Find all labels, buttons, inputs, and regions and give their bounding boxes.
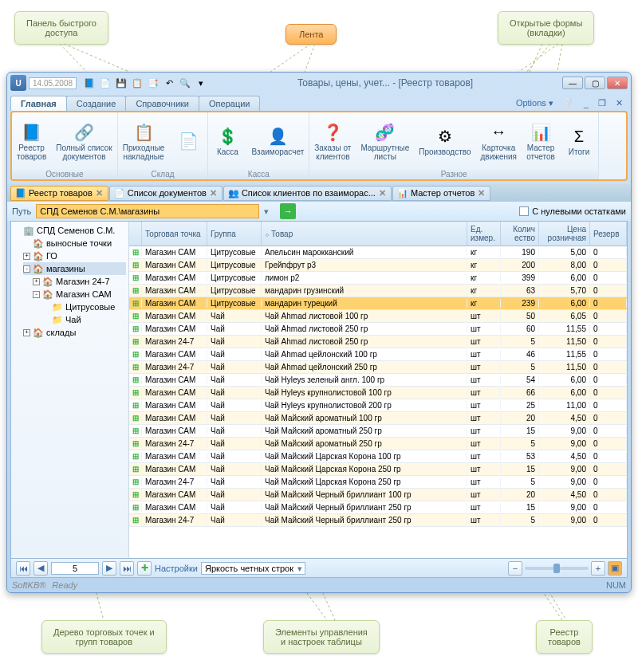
table-row[interactable]: ⊞Магазин 24-7ЧайЧай Ahmad цейлонский 250…: [129, 361, 627, 374]
table-row[interactable]: ⊞Магазин САМЧайЧай Майский Черный брилли…: [129, 489, 627, 501]
first-page-button[interactable]: ⏮: [16, 561, 30, 576]
ribbon-button[interactable]: ❓Заказы от клиентов: [309, 112, 356, 169]
expand-cell[interactable]: ⊞: [129, 490, 142, 499]
qat-dropdown-icon[interactable]: ▾: [194, 76, 208, 90]
col-reserve[interactable]: Резерв: [590, 222, 627, 246]
col-group[interactable]: Группа: [207, 222, 262, 246]
expand-cell[interactable]: ⊞: [129, 312, 142, 320]
go-button[interactable]: →: [280, 203, 296, 219]
expand-icon[interactable]: -: [33, 291, 40, 298]
table-row[interactable]: ⊞Магазин САМЧайЧай Hyleys зеленый англ. …: [129, 374, 627, 387]
expand-cell[interactable]: ⊞: [129, 337, 142, 346]
ribbon-tab-operations[interactable]: Операции: [199, 96, 260, 111]
prev-page-button[interactable]: ◀: [33, 561, 48, 576]
ribbon-button[interactable]: 📄: [169, 112, 207, 169]
close-button[interactable]: ✕: [607, 77, 628, 89]
help-icon[interactable]: ❔: [558, 96, 579, 111]
expand-cell[interactable]: ⊞: [129, 363, 142, 371]
grid-body[interactable]: ⊞Магазин САМЦитрусовыеАпельсин марокканс…: [129, 246, 627, 558]
expand-cell[interactable]: ⊞: [129, 426, 142, 435]
mdi-minimize-icon[interactable]: _: [579, 96, 593, 111]
add-record-button[interactable]: ✚: [137, 561, 152, 576]
tab-close-icon[interactable]: ✕: [478, 188, 485, 198]
mdi-restore-icon[interactable]: ❐: [593, 96, 611, 111]
table-row[interactable]: ⊞Магазин 24-7ЧайЧай Ahmad листовой 250 г…: [129, 336, 627, 348]
expand-cell[interactable]: ⊞: [129, 286, 142, 295]
tree-node[interactable]: -🏠Магазин САМ: [33, 288, 126, 301]
last-page-button[interactable]: ⏭: [120, 561, 134, 576]
expand-cell[interactable]: ⊞: [129, 439, 142, 448]
ribbon-button[interactable]: ⚙Производство: [414, 112, 475, 169]
ribbon-button[interactable]: ΣИтоги: [560, 112, 598, 169]
expand-icon[interactable]: +: [33, 278, 40, 285]
expand-icon[interactable]: +: [23, 329, 30, 336]
ribbon-button[interactable]: 🧬Маршрутные листы: [356, 112, 414, 169]
table-row[interactable]: ⊞Магазин САМЦитрусовыеГрейпфрут р3кг2008…: [129, 259, 627, 272]
expand-cell[interactable]: ⊞: [129, 465, 142, 474]
tree-node[interactable]: -🏠магазины: [23, 262, 126, 275]
tree-node[interactable]: 🏢СПД Семенов С.М.: [14, 224, 126, 237]
table-row[interactable]: ⊞Магазин САМЧайЧай Майский Царская Корон…: [129, 463, 627, 476]
zoom-in-button[interactable]: +: [591, 561, 605, 576]
table-row[interactable]: ⊞Магазин САМЧайЧай Ahmad цейлонский 100 …: [129, 348, 627, 361]
qat-btn-5[interactable]: 📑: [146, 76, 160, 90]
tree-node[interactable]: 🏠выносные точки: [23, 237, 126, 250]
tree-node[interactable]: +🏠склады: [23, 326, 126, 339]
table-row[interactable]: ⊞Магазин САМЦитрусовыемандарин турецкийк…: [129, 297, 627, 310]
col-price[interactable]: Цена розничная: [539, 222, 590, 246]
row-brightness-dropdown[interactable]: Яркость четных строк: [201, 562, 305, 575]
date-field[interactable]: 14.05.2008: [29, 77, 77, 89]
tree-node[interactable]: +🏠ГО: [23, 250, 126, 262]
document-tab[interactable]: 📄Список документов✕: [109, 186, 223, 201]
ribbon-button[interactable]: 📊Мастер отчетов: [522, 112, 560, 169]
tree-node[interactable]: +🏠Магазин 24-7: [33, 275, 126, 288]
document-tab[interactable]: 👥Список клиентов по взаиморас...✕: [223, 186, 392, 201]
path-dropdown-icon[interactable]: ▾: [264, 206, 275, 217]
zoom-out-button[interactable]: −: [508, 561, 522, 576]
table-row[interactable]: ⊞Магазин САМЧайЧай Майский ароматный 100…: [129, 412, 627, 425]
tab-close-icon[interactable]: ✕: [210, 188, 217, 198]
qat-btn-4[interactable]: 📋: [130, 76, 144, 90]
col-qty[interactable]: Колич ество: [501, 222, 539, 246]
ribbon-button[interactable]: 🔗Полный список документов: [51, 112, 117, 169]
expand-cell[interactable]: ⊞: [129, 414, 142, 422]
document-tab[interactable]: 📘Реестр товаров✕: [10, 186, 108, 201]
table-row[interactable]: ⊞Магазин САМЧайЧай Hyleys крупнолистовой…: [129, 387, 627, 399]
settings-link[interactable]: Настройки: [155, 564, 198, 573]
ribbon-button[interactable]: 📘Реестр товаров: [12, 112, 51, 169]
tree-node[interactable]: 📁Цитрусовые: [42, 301, 126, 313]
expand-cell[interactable]: ⊞: [129, 248, 142, 257]
col-product[interactable]: Товар: [262, 222, 467, 246]
ribbon-button[interactable]: 💲Касса: [208, 112, 246, 169]
page-input[interactable]: [51, 562, 99, 575]
qat-btn-7[interactable]: 🔍: [178, 76, 192, 90]
ribbon-tab-directories[interactable]: Справочники: [125, 96, 199, 111]
expand-cell[interactable]: ⊞: [129, 299, 142, 308]
expand-cell[interactable]: ⊞: [129, 477, 142, 486]
table-row[interactable]: ⊞Магазин САМЧайЧай Майский Черный брилли…: [129, 501, 627, 514]
document-tab[interactable]: 📊Мастер отчетов✕: [392, 186, 490, 201]
tab-close-icon[interactable]: ✕: [96, 188, 103, 198]
ribbon-tab-create[interactable]: Создание: [66, 96, 127, 111]
table-row[interactable]: ⊞Магазин САМЦитрусовыеАпельсин марокканс…: [129, 246, 627, 259]
zero-balance-checkbox[interactable]: С нулевыми остатками: [519, 206, 626, 216]
options-link[interactable]: Options ▾: [511, 96, 558, 111]
qat-btn-3[interactable]: 💾: [114, 76, 128, 90]
table-row[interactable]: ⊞Магазин 24-7ЧайЧай Майский Царская Коро…: [129, 476, 627, 489]
tree-node[interactable]: 📁Чай: [42, 313, 126, 326]
expand-cell[interactable]: ⊞: [129, 516, 142, 525]
ribbon-button[interactable]: 👤Взаиморасчет: [246, 112, 309, 169]
path-input[interactable]: СПД Семенов С.М.\магазины: [36, 204, 259, 218]
table-row[interactable]: ⊞Магазин САМЧайЧай Hyleys крупнолистовой…: [129, 399, 627, 412]
expand-cell[interactable]: ⊞: [129, 375, 142, 384]
expand-cell[interactable]: ⊞: [129, 452, 142, 461]
table-row[interactable]: ⊞Магазин САМЧайЧай Ahmad листовой 250 гр…: [129, 323, 627, 336]
ribbon-tab-main[interactable]: Главная: [10, 96, 67, 111]
table-row[interactable]: ⊞Магазин 24-7ЧайЧай Майский ароматный 25…: [129, 438, 627, 450]
col-point[interactable]: Торговая точка: [142, 222, 207, 246]
qat-btn-2[interactable]: 📄: [98, 76, 112, 90]
qat-btn-1[interactable]: 📘: [82, 76, 96, 90]
table-row[interactable]: ⊞Магазин САМЧайЧай Ahmad листовой 100 гр…: [129, 310, 627, 323]
table-row[interactable]: ⊞Магазин САМЦитрусовыемандарин грузински…: [129, 285, 627, 297]
qat-btn-6[interactable]: ↶: [162, 76, 176, 90]
